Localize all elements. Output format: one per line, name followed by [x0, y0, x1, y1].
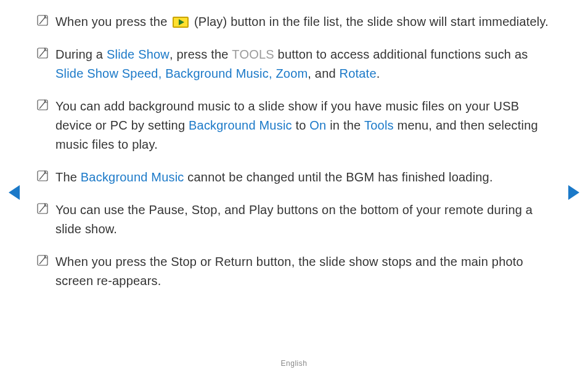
note-text: During a Slide Show, press the TOOLS but…: [55, 48, 528, 80]
note-icon: [37, 255, 48, 266]
text-segment: button to access additional functions su…: [274, 48, 528, 61]
text-segment: in the: [326, 118, 364, 132]
play-icon: [173, 17, 189, 28]
tools-label: TOOLS: [232, 48, 274, 61]
text-segment: .: [377, 67, 380, 80]
footer-language: English: [0, 359, 588, 368]
highlight-text: Slide Show: [107, 48, 169, 61]
note-icon: [37, 99, 48, 110]
note-item: When you press the Stop or Return button…: [37, 252, 551, 291]
note-item: The Background Music cannot be changed u…: [37, 168, 551, 187]
note-item: You can use the Pause, Stop, and Play bu…: [37, 201, 551, 239]
text-segment: The: [55, 170, 81, 184]
note-item: You can add background music to a slide …: [37, 97, 551, 154]
text-segment: (Play) button in the file list, the slid…: [190, 15, 549, 28]
text-segment: When you press the Stop or Return button…: [55, 255, 523, 288]
text-segment: When you press the: [55, 15, 171, 28]
note-icon: [37, 170, 48, 181]
text-segment: , and: [308, 67, 339, 80]
note-text: You can add background music to a slide …: [55, 99, 538, 151]
note-item: During a Slide Show, press the TOOLS but…: [37, 45, 551, 83]
text-segment: During a: [55, 48, 107, 61]
highlight-text: Rotate: [340, 67, 377, 80]
highlight-text: Background Music: [189, 118, 292, 132]
highlight-text: Tools: [364, 118, 394, 132]
highlight-text: On: [309, 118, 326, 132]
note-icon: [37, 15, 48, 26]
text-segment: cannot be changed until the BGM has fini…: [184, 170, 493, 184]
note-text: The Background Music cannot be changed u…: [55, 170, 493, 184]
note-icon: [37, 203, 48, 214]
highlight-text: Slide Show Speed, Background Music, Zoom: [55, 67, 308, 80]
text-segment: , press the: [169, 48, 232, 61]
page: When you press the (Play) button in the …: [0, 0, 588, 385]
nav-next-icon[interactable]: [568, 185, 579, 200]
highlight-text: Background Music: [81, 170, 184, 184]
note-item: When you press the (Play) button in the …: [37, 12, 551, 31]
content-area: When you press the (Play) button in the …: [37, 12, 551, 291]
text-segment: to: [292, 118, 310, 132]
note-text: You can use the Pause, Stop, and Play bu…: [55, 203, 533, 236]
nav-prev-icon[interactable]: [9, 185, 20, 200]
note-text: When you press the (Play) button in the …: [55, 15, 549, 28]
note-text: When you press the Stop or Return button…: [55, 255, 523, 288]
note-icon: [37, 48, 48, 59]
text-segment: You can use the Pause, Stop, and Play bu…: [55, 203, 533, 236]
